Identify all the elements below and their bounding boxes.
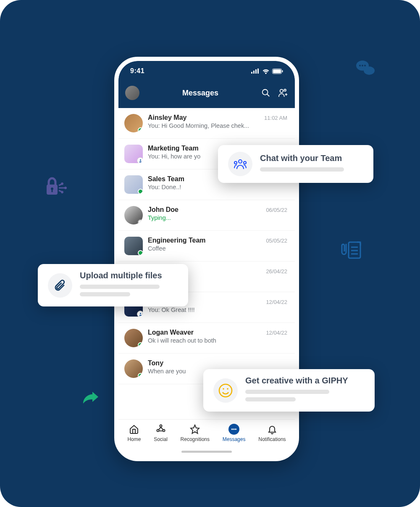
feature-title: Upload multiple files [80,271,162,280]
social-icon [155,424,166,435]
home-indicator[interactable] [181,451,232,453]
cellular-icon [251,69,260,74]
chat-content: Engineering Team05/05/22 Coffee [148,237,287,252]
svg-rect-18 [251,72,252,74]
search-icon [261,88,270,98]
presence-online-icon [138,250,143,255]
svg-point-44 [219,384,232,397]
nav-messages[interactable]: Messages [223,424,246,442]
avatar [124,114,143,132]
svg-point-3 [364,65,366,66]
svg-point-41 [239,160,242,163]
group-badge-icon [137,157,143,163]
chat-row-logan-weaver[interactable]: Logan Weaver12/04/22 Ok i will reach out… [118,323,295,354]
chat-preview: Ok i will reach out to both [148,337,278,344]
svg-point-27 [280,90,283,92]
feature-title: Get creative with a GIPHY [245,376,348,386]
avatar-me[interactable] [125,86,139,100]
share-arrow-icon [81,391,100,406]
chat-preview: Typing... [148,214,278,221]
svg-rect-20 [255,69,257,74]
chat-row-ainsley-may[interactable]: Ainsley May11:02 AM You: Hi Good Morning… [118,108,295,139]
attachment-doc-icon [341,240,362,261]
avatar [124,359,143,378]
svg-point-34 [157,430,159,432]
svg-point-42 [234,161,237,164]
svg-point-1 [359,65,361,66]
svg-point-38 [231,428,233,430]
chat-time: 11:02 AM [264,115,287,121]
nav-label: Messages [223,436,246,442]
svg-rect-19 [253,71,255,74]
home-icon [129,424,139,435]
chat-preview: You: Done..! [148,184,278,190]
nav-label: Notifications [258,436,286,442]
nav-home[interactable]: Home [127,424,141,442]
canvas: 9:41 Messages [0,0,420,507]
battery-icon [272,69,283,74]
add-user-button[interactable] [278,88,288,98]
chat-content: Logan Weaver12/04/22 Ok i will reach out… [148,329,287,344]
chat-name: Marketing Team [148,145,199,152]
chat-name: Engineering Team [148,237,206,244]
skeleton-line [80,285,160,289]
group-badge-icon [137,311,143,317]
chat-content: John Doe06/05/22 Typing... [148,206,287,221]
svg-point-40 [235,428,236,430]
paperclip-icon [48,273,72,298]
svg-point-32 [140,313,141,314]
svg-marker-36 [191,425,199,433]
svg-point-28 [284,89,286,91]
presence-away-icon [138,219,143,224]
chat-preview: You: Ok Great !!!! [148,306,278,313]
nav-notifications[interactable]: Notifications [258,424,286,442]
smiley-icon [213,378,238,403]
avatar [124,206,143,224]
presence-online-icon [138,373,143,378]
svg-point-25 [262,90,268,95]
svg-line-13 [59,190,62,192]
star-icon [189,424,200,435]
chat-name: Ainsley May [148,114,186,121]
nav-label: Home [127,436,141,442]
skeleton-line [80,292,130,296]
skeleton-line [260,167,344,172]
team-icon [228,152,252,176]
chat-time: 12/04/22 [266,330,287,336]
page-title: Messages [139,89,261,98]
avatar [124,175,143,194]
chat-name: Tony [148,359,163,367]
chat-time: 06/05/22 [266,207,287,213]
nav-label: Recognitions [181,436,210,442]
svg-line-26 [267,94,270,97]
nav-social[interactable]: Social [154,424,168,442]
chat-name: John Doe [148,206,178,214]
feature-card-giphy: Get creative with a GIPHY [203,369,375,412]
nav-label: Social [154,436,168,442]
avatar [124,329,143,347]
svg-rect-7 [52,190,53,192]
nav-recognitions[interactable]: Recognitions [181,424,210,442]
status-bar: 9:41 [118,61,295,81]
svg-point-43 [244,161,246,164]
chat-preview: You: Hi Good Morning, Please chek... [148,122,278,129]
presence-online-icon [138,342,143,347]
presence-online-icon [138,127,143,132]
search-button[interactable] [261,88,270,98]
svg-rect-24 [282,70,283,72]
svg-point-46 [227,388,228,390]
status-icons [251,69,283,74]
chat-name: Logan Weaver [148,329,194,336]
svg-point-4 [364,66,375,75]
chat-content: Ainsley May11:02 AM You: Hi Good Morning… [148,114,287,129]
chat-row-john-doe[interactable]: John Doe06/05/22 Typing... [118,200,295,231]
feature-card-team-chat: Chat with your Team [218,145,373,183]
skeleton-line [245,390,329,394]
presence-online-icon [138,189,143,194]
svg-line-12 [59,184,62,185]
lock-icon [45,175,71,197]
app-header: Messages [118,81,295,108]
avatar [124,145,143,163]
add-user-icon [278,88,288,98]
chat-row-engineering-team[interactable]: Engineering Team05/05/22 Coffee [118,231,295,261]
